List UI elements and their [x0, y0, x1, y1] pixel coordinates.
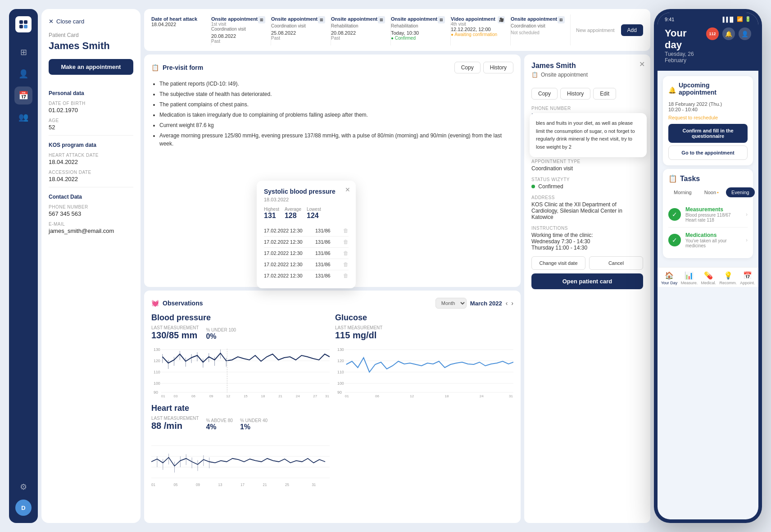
- month-select[interactable]: Month: [435, 298, 467, 309]
- contact-section: Contact Data: [49, 194, 133, 200]
- svg-text:12: 12: [226, 394, 230, 398]
- mobile-nav-appoint[interactable]: 📅 Appoint.: [740, 271, 755, 285]
- emergency-button[interactable]: 112: [706, 27, 719, 40]
- appt-icon-3: ⊞: [378, 16, 385, 23]
- popup-row-5: 17.02.2022 12:30 131/86 🗑: [264, 270, 349, 281]
- previsit-item-4: Medication is taken irregularly due to c…: [159, 111, 513, 119]
- close-card-button[interactable]: ✕ Close card: [49, 18, 133, 25]
- appt-address-section: ADDRESS KOS Clinic at the XII Department…: [531, 195, 643, 220]
- appt-copy-button[interactable]: Copy: [531, 88, 558, 100]
- svg-text:18: 18: [261, 394, 265, 398]
- change-visit-button[interactable]: Change visit date: [531, 256, 585, 270]
- mobile-nav-yourday[interactable]: 🏠 Your Day: [661, 271, 678, 285]
- delete-row-2-button[interactable]: 🗑: [343, 239, 349, 245]
- nav-calendar-icon[interactable]: 📅: [14, 86, 32, 105]
- mobile-bell-button[interactable]: 🔔: [722, 27, 735, 40]
- timeline-bar: Date of heart attack 18.04.2022 Onsite a…: [144, 9, 650, 51]
- add-appointment-button[interactable]: Add: [621, 24, 643, 36]
- nav-team-icon[interactable]: 👥: [14, 108, 32, 126]
- delete-row-5-button[interactable]: 🗑: [343, 273, 349, 279]
- svg-rect-0: [19, 20, 23, 24]
- observations-panel: 💓 Observations Month March 2022 ‹ ›: [144, 291, 521, 523]
- cal-next-btn[interactable]: ›: [511, 300, 513, 307]
- svg-text:90: 90: [337, 390, 342, 395]
- appt-detail-close-button[interactable]: ✕: [639, 60, 645, 68]
- svg-text:31: 31: [509, 394, 513, 398]
- mobile-avatar-button[interactable]: 👤: [739, 27, 751, 40]
- nav-user-avatar[interactable]: D: [15, 500, 32, 516]
- timeline-appt-6[interactable]: Onsite appointment ⊞ Coordination visit …: [511, 14, 571, 45]
- svg-text:100: 100: [154, 381, 160, 386]
- kos-section: KOS program data: [49, 142, 133, 148]
- mobile-goto-button[interactable]: Go to the appointment: [668, 146, 748, 160]
- patient-card-label: Patient Card: [49, 32, 133, 38]
- your-day-nav-icon: 🏠: [665, 271, 674, 280]
- open-patient-card-button[interactable]: Open patient card: [531, 273, 643, 289]
- popup-rows: 17.02.2022 12:30 131/86 🗑 17.02.2022 12:…: [264, 225, 349, 281]
- popup-row-1: 17.02.2022 12:30 131/86 🗑: [264, 225, 349, 236]
- nav-dashboard-icon[interactable]: ⊞: [14, 43, 32, 61]
- svg-text:24: 24: [296, 394, 300, 398]
- mobile-confirm-button[interactable]: Confirm and fill in the questionnaire: [668, 124, 748, 143]
- heart-rate-right: [335, 404, 513, 489]
- popup-row-4: 17.02.2022 12:30 131/86 🗑: [264, 259, 349, 270]
- mobile-task-measurements[interactable]: ✓ Measurements Blood pressure 118/67 Hea…: [668, 202, 748, 227]
- contact-phone-label: PHONE NUMBER: [49, 205, 133, 209]
- mobile-nav-recomm[interactable]: 💡 Recomm.: [719, 271, 737, 285]
- popup-row-2: 17.02.2022 12:30 131/86 🗑: [264, 236, 349, 248]
- systolic-popup-close-button[interactable]: ✕: [345, 186, 350, 193]
- mobile-tab-noon[interactable]: Noon: [699, 187, 724, 197]
- personal-data-section: Personal data: [49, 90, 133, 96]
- svg-text:25: 25: [285, 482, 289, 487]
- svg-rect-3: [24, 25, 27, 28]
- previsit-copy-button[interactable]: Copy: [454, 62, 481, 73]
- appt-action-buttons: Change visit date Cancel: [531, 256, 643, 270]
- timeline-appt-2[interactable]: Onsite appointment ⊞ Coordination visit …: [271, 14, 331, 45]
- svg-text:24: 24: [480, 394, 484, 398]
- svg-text:17: 17: [240, 482, 245, 487]
- svg-text:120: 120: [154, 359, 160, 363]
- observations-title: 💓 Observations: [151, 300, 203, 307]
- heart-attack-date-value: 18.04.2022: [49, 159, 133, 165]
- appt-icon-5: 🎥: [498, 16, 505, 23]
- appt-icon-1: ⊞: [258, 16, 265, 23]
- svg-text:110: 110: [154, 370, 160, 374]
- mobile-nav-medical[interactable]: 💊 Medical.: [701, 271, 717, 285]
- previsit-item-1: The patient reports (ICD-10: I49).: [159, 80, 513, 88]
- delete-row-4-button[interactable]: 🗑: [343, 261, 349, 268]
- delete-row-1-button[interactable]: 🗑: [343, 227, 349, 234]
- appt-edit-button[interactable]: Edit: [593, 88, 616, 100]
- heart-rate-section: Heart rate LAST MEASUREMENT 88 /min % AB…: [151, 404, 330, 489]
- svg-text:12: 12: [410, 394, 414, 398]
- previsit-history-button[interactable]: History: [483, 62, 513, 73]
- timeline-appt-5[interactable]: Video appointment 4th visit 🎥 12.12.2022…: [451, 14, 511, 45]
- mobile-status-bar: 9:41 ▐▐▐▌ 📶 🔋: [658, 13, 758, 24]
- appt-history-button[interactable]: History: [560, 88, 590, 100]
- delete-row-3-button[interactable]: 🗑: [343, 250, 349, 256]
- svg-text:21: 21: [263, 482, 267, 487]
- mobile-body: 🔔 Upcoming appointment 18 February 2022 …: [658, 71, 758, 267]
- timeline-appt-3[interactable]: Onsite appointment ⊞ Rehabilitation 20.0…: [331, 14, 391, 45]
- timeline-appt-4[interactable]: Onsite appointment ⊞ Rehabilitation Toda…: [391, 14, 451, 45]
- timeline-appt-1[interactable]: Onsite appointment 1st visit ⊞ Coordinat…: [211, 14, 271, 45]
- nav-patient-icon[interactable]: 👤: [14, 65, 32, 83]
- mobile-nav-measure[interactable]: 📊 Measure.: [681, 271, 698, 285]
- mobile-header: Your day Tuesday, 26 February 112 🔔 👤: [658, 24, 758, 71]
- close-icon: ✕: [49, 18, 54, 25]
- nav-settings-icon[interactable]: ⚙: [14, 478, 32, 496]
- mobile-tab-morning[interactable]: Morning: [668, 187, 697, 197]
- mobile-task-medications[interactable]: ✓ Medications You've taken all your medi…: [668, 227, 748, 253]
- mobile-mockup: 9:41 ▐▐▐▌ 📶 🔋 Your day Tuesday, 26 Febru…: [654, 9, 762, 523]
- blood-pressure-section: Blood pressure LAST MEASUREMENT 130/85 m…: [151, 313, 330, 398]
- cancel-visit-button[interactable]: Cancel: [589, 256, 643, 270]
- mobile-tab-evening[interactable]: Evening: [726, 187, 755, 197]
- svg-rect-1: [24, 20, 27, 24]
- appt-type-badge: 📋 Onsite appointment: [531, 72, 588, 78]
- cal-prev-btn[interactable]: ‹: [506, 300, 508, 307]
- age-value: 52: [49, 124, 133, 131]
- timeline-not-scheduled: Not scheduled: [511, 30, 565, 35]
- age-label: AGE: [49, 118, 133, 123]
- make-appointment-button[interactable]: Make an appointment: [49, 59, 133, 75]
- appoint-nav-icon: 📅: [743, 271, 752, 280]
- mobile-bottom-nav: 🏠 Your Day 📊 Measure. 💊 Medical. 💡 Recom…: [658, 267, 758, 287]
